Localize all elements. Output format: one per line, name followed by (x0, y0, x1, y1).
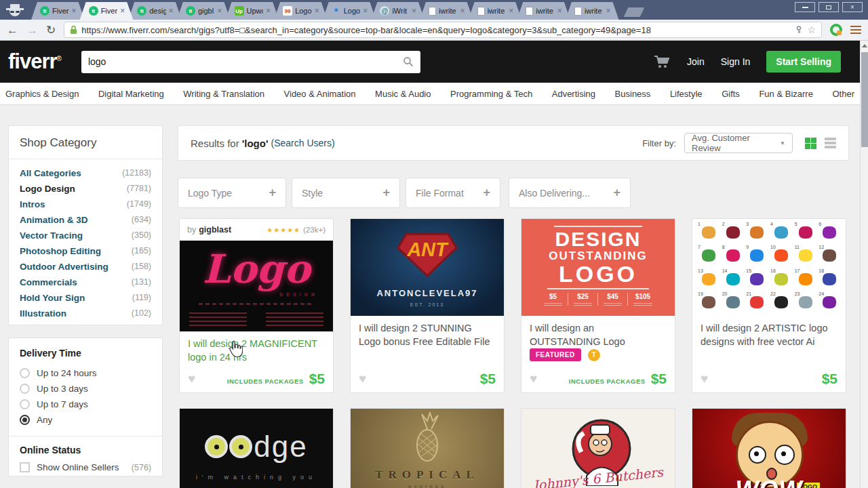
filter-pill-file-format[interactable]: File Format+ (406, 178, 500, 208)
grid-view-button[interactable] (805, 138, 816, 149)
gig-card-oodge[interactable]: dge i'm watching you (179, 408, 334, 488)
show-online-sellers-row[interactable]: Show Online Sellers (576) (20, 462, 151, 472)
scrollbar-up-arrow[interactable] (862, 44, 867, 47)
new-tab-button[interactable] (623, 7, 644, 17)
gig-card-wow[interactable]: LOGO WOW (692, 408, 846, 488)
nav-item-fun-bizarre[interactable]: Fun & Bizarre (759, 89, 812, 99)
gig-card-stunning[interactable]: ANT ANTONCLEVELA97 EST. 2013 I will desi… (350, 218, 505, 393)
nav-item-lifestyle[interactable]: Lifestyle (670, 89, 703, 99)
browser-tab[interactable]: fidesig× (128, 2, 182, 20)
delivery-option[interactable]: Up to 3 days (20, 381, 151, 396)
tab-close-icon[interactable]: × (169, 7, 174, 15)
gig-thumbnail[interactable]: DESIGN OUTSTANDING LOGO $5 $25 $45 $105 (521, 219, 675, 316)
sort-dropdown[interactable]: Avg. Customer Review ▼ (684, 133, 793, 153)
sign-in-link[interactable]: Sign In (721, 56, 751, 67)
extension-icon[interactable] (830, 24, 842, 36)
sidebar-category[interactable]: Vector Tracing(350) (9, 228, 162, 243)
radio-button[interactable] (20, 399, 30, 409)
gig-card-tropical[interactable]: TROPICAL express (350, 408, 505, 488)
browser-tab[interactable]: figigbl× (177, 2, 231, 20)
browser-tab[interactable]: UpUpwo× (226, 2, 279, 20)
browser-tab[interactable]: iwrite× (517, 2, 570, 20)
browser-tab[interactable]: *Logo× (323, 2, 376, 20)
favorite-heart-icon[interactable]: ♥ (188, 371, 195, 386)
gig-thumbnail[interactable]: 123456789101112131415161718192021222324 (692, 219, 846, 316)
gig-card-artistic[interactable]: 123456789101112131415161718192021222324 … (692, 218, 846, 393)
tab-close-icon[interactable]: × (606, 7, 610, 15)
seller-name[interactable]: gigblast (199, 225, 231, 235)
browser-tab[interactable]: iwrite× (566, 2, 619, 20)
sidebar-category[interactable]: Logo Design(7781) (9, 181, 162, 197)
browser-tab[interactable]: iwrite× (469, 2, 522, 20)
gig-card-gigblast[interactable]: by gigblast ★★★★★ (23k+) Logo DESIGN I w… (179, 218, 334, 393)
radio-button[interactable] (20, 415, 30, 425)
nav-item-graphics-design[interactable]: Graphics & Design (5, 89, 79, 99)
browser-tab[interactable]: iwrite× (420, 2, 473, 20)
sidebar-category[interactable]: Photoshop Editing(165) (9, 243, 162, 259)
radio-button[interactable] (20, 368, 30, 378)
tab-close-icon[interactable]: × (557, 7, 562, 15)
tab-close-icon[interactable]: × (315, 7, 319, 15)
nav-item-digital-marketing[interactable]: Digital Marketing (98, 89, 164, 99)
gig-title-link[interactable]: I will design 2 MAGNIFICENT logo in 24 h… (180, 331, 333, 364)
delivery-option[interactable]: Any (20, 412, 151, 428)
list-view-button[interactable] (825, 138, 836, 148)
menu-icon[interactable] (850, 26, 861, 34)
gig-thumbnail[interactable]: ANT ANTONCLEVELA97 EST. 2013 (351, 219, 504, 316)
maximize-button[interactable] (818, 2, 839, 12)
favorite-heart-icon[interactable]: ♥ (530, 371, 537, 386)
tab-close-icon[interactable]: × (72, 7, 77, 15)
tab-close-icon[interactable]: × (266, 7, 271, 15)
tab-close-icon[interactable]: × (217, 7, 222, 15)
nav-item-video-animation[interactable]: Video & Animation (284, 89, 356, 99)
tab-close-icon[interactable]: × (412, 7, 416, 15)
sidebar-category[interactable]: All Categories(12183) (9, 165, 162, 181)
page-scrollbar[interactable] (860, 41, 868, 488)
scrollbar-thumb[interactable] (861, 52, 868, 147)
nav-item-other[interactable]: Other (832, 89, 854, 99)
key-icon[interactable] (795, 26, 803, 34)
gig-thumbnail[interactable]: dge i'm watching you (180, 409, 333, 488)
bookmark-star-icon[interactable]: ☆ (807, 24, 816, 35)
refresh-button[interactable]: ↻ (46, 24, 56, 36)
gig-thumbnail[interactable]: Johnny's 6 Butchers BUSINESS SINCE 1870 (521, 409, 675, 488)
tab-close-icon[interactable]: × (460, 7, 465, 15)
close-button[interactable]: × (842, 2, 863, 12)
sidebar-category[interactable]: Intros(1749) (9, 197, 162, 212)
delivery-option[interactable]: Up to 7 days (20, 396, 151, 412)
gig-card-outstanding[interactable]: DESIGN OUTSTANDING LOGO $5 $25 $45 $105 … (521, 218, 675, 393)
nav-item-music-audio[interactable]: Music & Audio (375, 89, 431, 99)
sidebar-category[interactable]: Commercials(131) (9, 274, 162, 290)
gig-thumbnail[interactable]: TROPICAL express (351, 409, 504, 488)
sidebar-category[interactable]: Hold Your Sign(119) (9, 290, 162, 306)
gig-card-butchers[interactable]: Johnny's 6 Butchers BUSINESS SINCE 1870 (521, 408, 675, 488)
favorite-heart-icon[interactable]: ♥ (701, 371, 708, 386)
gig-title-link[interactable]: I will design 2 STUNNING Logo bonus Free… (351, 316, 504, 348)
join-link[interactable]: Join (687, 56, 705, 67)
filter-pill-style[interactable]: Style+ (292, 178, 400, 208)
delivery-option[interactable]: Up to 24 hours (20, 365, 151, 381)
gig-title-link[interactable]: I will design an OUTSTANDING Logo (521, 316, 675, 348)
gig-thumbnail[interactable]: LOGO WOW (692, 409, 846, 488)
sidebar-category[interactable]: Animation & 3D(634) (9, 212, 162, 228)
tab-close-icon[interactable]: × (509, 7, 513, 15)
filter-pill-also-delivering-[interactable]: Also Delivering...+ (509, 178, 631, 208)
tab-close-icon[interactable]: × (363, 7, 368, 15)
back-button[interactable]: ← (7, 24, 18, 36)
forward-button[interactable]: → (26, 24, 38, 36)
search-icon[interactable] (403, 56, 414, 67)
search-users-link[interactable]: (Search Users) (271, 138, 335, 148)
search-input[interactable] (88, 56, 403, 67)
favorite-heart-icon[interactable]: ♥ (359, 371, 366, 386)
nav-item-gifts[interactable]: Gifts (722, 89, 740, 99)
gig-thumbnail[interactable]: Logo DESIGN (180, 241, 333, 331)
browser-tab[interactable]: @iWrit× (371, 2, 425, 20)
minimize-button[interactable] (795, 2, 815, 12)
nav-item-writing-translation[interactable]: Writing & Translation (183, 89, 264, 99)
fiverr-logo[interactable]: fiverr® (8, 49, 61, 74)
cart-icon[interactable] (653, 54, 671, 69)
browser-tab[interactable]: fiFiverr× (80, 2, 134, 20)
nav-item-advertising[interactable]: Advertising (552, 89, 595, 99)
nav-item-business[interactable]: Business (615, 89, 651, 99)
checkbox[interactable] (20, 462, 30, 472)
